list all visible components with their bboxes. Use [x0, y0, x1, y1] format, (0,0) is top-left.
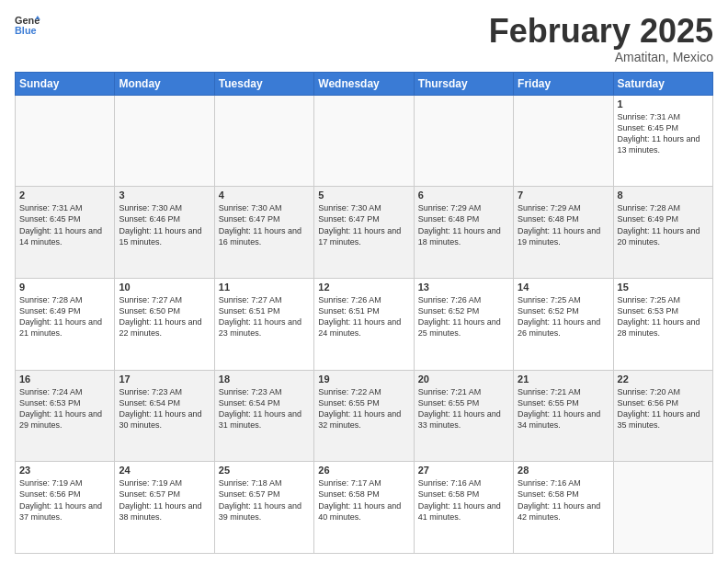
week-row-5: 23Sunrise: 7:19 AM Sunset: 6:56 PM Dayli…: [16, 462, 713, 554]
day-cell: [514, 95, 613, 187]
day-cell: 1Sunrise: 7:31 AM Sunset: 6:45 PM Daylig…: [613, 95, 712, 187]
day-info: Sunrise: 7:26 AM Sunset: 6:52 PM Dayligh…: [418, 294, 509, 339]
week-row-3: 9Sunrise: 7:28 AM Sunset: 6:49 PM Daylig…: [16, 278, 713, 370]
day-info: Sunrise: 7:20 AM Sunset: 6:56 PM Dayligh…: [618, 386, 709, 431]
day-cell: 7Sunrise: 7:29 AM Sunset: 6:48 PM Daylig…: [514, 187, 613, 279]
day-cell: 8Sunrise: 7:28 AM Sunset: 6:49 PM Daylig…: [613, 187, 712, 279]
day-cell: [314, 95, 414, 187]
day-number: 13: [418, 282, 509, 293]
day-number: 26: [318, 465, 409, 476]
day-cell: 9Sunrise: 7:28 AM Sunset: 6:49 PM Daylig…: [16, 278, 115, 370]
day-info: Sunrise: 7:27 AM Sunset: 6:50 PM Dayligh…: [119, 294, 210, 339]
day-cell: 20Sunrise: 7:21 AM Sunset: 6:55 PM Dayli…: [414, 370, 513, 462]
day-info: Sunrise: 7:21 AM Sunset: 6:55 PM Dayligh…: [518, 386, 609, 431]
day-cell: 21Sunrise: 7:21 AM Sunset: 6:55 PM Dayli…: [514, 370, 613, 462]
day-cell: 18Sunrise: 7:23 AM Sunset: 6:54 PM Dayli…: [214, 370, 313, 462]
day-cell: 3Sunrise: 7:30 AM Sunset: 6:46 PM Daylig…: [115, 187, 214, 279]
day-number: 24: [119, 465, 210, 476]
day-number: 6: [418, 190, 509, 201]
day-info: Sunrise: 7:29 AM Sunset: 6:48 PM Dayligh…: [418, 202, 509, 247]
day-number: 28: [518, 465, 609, 476]
day-info: Sunrise: 7:27 AM Sunset: 6:51 PM Dayligh…: [219, 294, 310, 339]
day-cell: 2Sunrise: 7:31 AM Sunset: 6:45 PM Daylig…: [16, 187, 115, 279]
day-info: Sunrise: 7:28 AM Sunset: 6:49 PM Dayligh…: [618, 202, 709, 247]
generalblue-logo-icon: General Blue: [15, 13, 40, 39]
day-cell: 6Sunrise: 7:29 AM Sunset: 6:48 PM Daylig…: [414, 187, 513, 279]
day-info: Sunrise: 7:29 AM Sunset: 6:48 PM Dayligh…: [518, 202, 609, 247]
day-number: 25: [219, 465, 310, 476]
day-info: Sunrise: 7:23 AM Sunset: 6:54 PM Dayligh…: [219, 386, 310, 431]
day-info: Sunrise: 7:19 AM Sunset: 6:57 PM Dayligh…: [119, 477, 210, 523]
day-cell: 15Sunrise: 7:25 AM Sunset: 6:53 PM Dayli…: [613, 278, 712, 370]
col-monday: Monday: [115, 72, 214, 95]
day-cell: 23Sunrise: 7:19 AM Sunset: 6:56 PM Dayli…: [16, 462, 115, 554]
day-number: 20: [418, 373, 509, 385]
day-cell: [414, 95, 513, 187]
day-cell: 19Sunrise: 7:22 AM Sunset: 6:55 PM Dayli…: [314, 370, 414, 462]
week-row-1: 1Sunrise: 7:31 AM Sunset: 6:45 PM Daylig…: [16, 95, 713, 187]
day-cell: 17Sunrise: 7:23 AM Sunset: 6:54 PM Dayli…: [115, 370, 214, 462]
day-cell: 26Sunrise: 7:17 AM Sunset: 6:58 PM Dayli…: [314, 462, 414, 554]
day-info: Sunrise: 7:28 AM Sunset: 6:49 PM Dayligh…: [19, 294, 110, 339]
day-info: Sunrise: 7:18 AM Sunset: 6:57 PM Dayligh…: [219, 477, 310, 523]
day-number: 5: [318, 190, 409, 201]
calendar-header-row: Sunday Monday Tuesday Wednesday Thursday…: [16, 72, 713, 95]
day-cell: [214, 95, 313, 187]
day-cell: 16Sunrise: 7:24 AM Sunset: 6:53 PM Dayli…: [16, 370, 115, 462]
day-cell: 11Sunrise: 7:27 AM Sunset: 6:51 PM Dayli…: [214, 278, 313, 370]
day-number: 10: [119, 282, 210, 293]
col-saturday: Saturday: [613, 72, 712, 95]
col-tuesday: Tuesday: [214, 72, 313, 95]
title-block: February 2025 Amatitan, Mexico: [489, 13, 713, 64]
month-title: February 2025: [489, 13, 713, 50]
day-cell: [115, 95, 214, 187]
day-info: Sunrise: 7:22 AM Sunset: 6:55 PM Dayligh…: [318, 386, 409, 431]
col-sunday: Sunday: [16, 72, 115, 95]
col-wednesday: Wednesday: [314, 72, 414, 95]
week-row-4: 16Sunrise: 7:24 AM Sunset: 6:53 PM Dayli…: [16, 370, 713, 462]
day-number: 27: [418, 465, 509, 476]
day-cell: 5Sunrise: 7:30 AM Sunset: 6:47 PM Daylig…: [314, 187, 414, 279]
calendar-table: Sunday Monday Tuesday Wednesday Thursday…: [15, 72, 713, 554]
day-cell: 28Sunrise: 7:16 AM Sunset: 6:58 PM Dayli…: [514, 462, 613, 554]
week-row-2: 2Sunrise: 7:31 AM Sunset: 6:45 PM Daylig…: [16, 187, 713, 279]
logo: General Blue: [15, 13, 40, 39]
day-number: 8: [618, 190, 709, 201]
day-info: Sunrise: 7:31 AM Sunset: 6:45 PM Dayligh…: [19, 202, 110, 247]
day-number: 7: [518, 190, 609, 201]
day-cell: 22Sunrise: 7:20 AM Sunset: 6:56 PM Dayli…: [613, 370, 712, 462]
day-cell: [613, 462, 712, 554]
day-number: 12: [318, 282, 409, 293]
day-cell: 13Sunrise: 7:26 AM Sunset: 6:52 PM Dayli…: [414, 278, 513, 370]
day-number: 22: [618, 373, 709, 385]
day-info: Sunrise: 7:16 AM Sunset: 6:58 PM Dayligh…: [518, 477, 609, 523]
day-number: 23: [19, 465, 110, 476]
page: General Blue February 2025 Amatitan, Mex…: [0, 0, 728, 563]
day-info: Sunrise: 7:24 AM Sunset: 6:53 PM Dayligh…: [19, 386, 110, 431]
day-cell: 25Sunrise: 7:18 AM Sunset: 6:57 PM Dayli…: [214, 462, 313, 554]
day-info: Sunrise: 7:25 AM Sunset: 6:53 PM Dayligh…: [618, 294, 709, 339]
day-cell: 27Sunrise: 7:16 AM Sunset: 6:58 PM Dayli…: [414, 462, 513, 554]
subtitle: Amatitan, Mexico: [489, 50, 713, 64]
day-number: 11: [219, 282, 310, 293]
day-cell: 24Sunrise: 7:19 AM Sunset: 6:57 PM Dayli…: [115, 462, 214, 554]
day-number: 4: [219, 190, 310, 201]
day-number: 17: [119, 373, 210, 385]
day-info: Sunrise: 7:26 AM Sunset: 6:51 PM Dayligh…: [318, 294, 409, 339]
day-number: 9: [19, 282, 110, 293]
day-cell: 10Sunrise: 7:27 AM Sunset: 6:50 PM Dayli…: [115, 278, 214, 370]
col-friday: Friday: [514, 72, 613, 95]
day-info: Sunrise: 7:30 AM Sunset: 6:47 PM Dayligh…: [219, 202, 310, 247]
day-number: 16: [19, 373, 110, 385]
header: General Blue February 2025 Amatitan, Mex…: [15, 13, 713, 64]
day-number: 19: [318, 373, 409, 385]
day-number: 1: [618, 98, 709, 109]
day-cell: [16, 95, 115, 187]
col-thursday: Thursday: [414, 72, 513, 95]
day-info: Sunrise: 7:25 AM Sunset: 6:52 PM Dayligh…: [518, 294, 609, 339]
day-info: Sunrise: 7:23 AM Sunset: 6:54 PM Dayligh…: [119, 386, 210, 431]
day-info: Sunrise: 7:17 AM Sunset: 6:58 PM Dayligh…: [318, 477, 409, 523]
day-cell: 14Sunrise: 7:25 AM Sunset: 6:52 PM Dayli…: [514, 278, 613, 370]
day-info: Sunrise: 7:21 AM Sunset: 6:55 PM Dayligh…: [418, 386, 509, 431]
day-cell: 12Sunrise: 7:26 AM Sunset: 6:51 PM Dayli…: [314, 278, 414, 370]
